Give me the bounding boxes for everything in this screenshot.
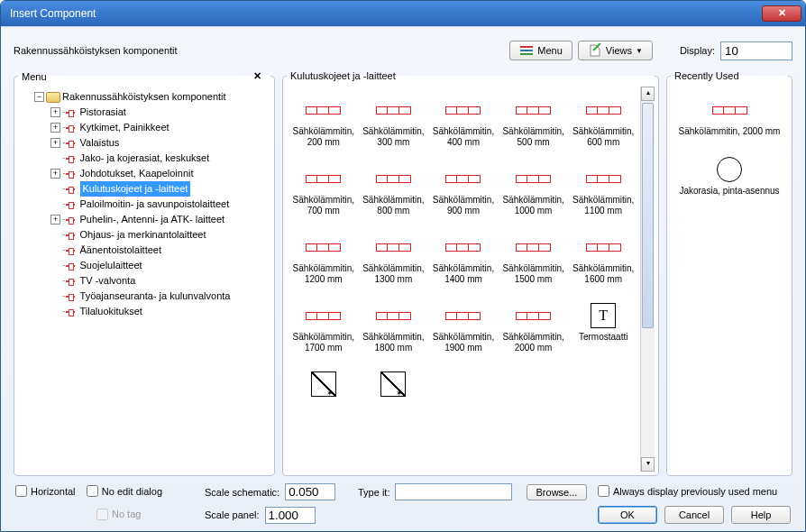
typeit-input[interactable]: [395, 483, 512, 500]
component-label: Sähkölämmitin, 1100 mm: [572, 195, 635, 216]
tree-item[interactable]: ···Suojelulaitteet: [20, 258, 270, 273]
expand-icon[interactable]: +: [50, 215, 60, 225]
heater-symbol-icon: [516, 175, 551, 183]
tree-item[interactable]: ···Työajanseuranta- ja kulunvalvonta: [20, 289, 270, 304]
ok-button[interactable]: OK: [598, 506, 657, 524]
tree-item[interactable]: ···Äänentoistolaitteet: [20, 243, 270, 258]
tree-item[interactable]: ···Jako- ja kojerasiat, keskukset: [20, 151, 270, 166]
tree-item[interactable]: +···Pistorasiat: [20, 105, 270, 120]
component-cell[interactable]: Sähkölämmitin, 500 mm: [500, 94, 567, 151]
heater-symbol-icon: [306, 106, 341, 115]
component-cell[interactable]: Sähkölämmitin, 400 mm: [430, 94, 497, 151]
component-cell[interactable]: [361, 368, 427, 404]
content-area: Rakennussähköistyksen komponentit Menu V…: [1, 26, 805, 531]
tree-item[interactable]: +···Kytkimet, Painikkeet: [20, 120, 270, 135]
scroll-thumb[interactable]: [642, 103, 654, 328]
tree[interactable]: − Rakennussähköistyksen komponentit +···…: [18, 87, 270, 472]
component-cell[interactable]: Sähkölämmitin, 1200 mm: [290, 231, 357, 289]
heater-symbol-icon: [376, 175, 411, 183]
component-node-icon: [66, 277, 78, 286]
component-cell[interactable]: Sähkölämmitin, 1000 mm: [500, 162, 567, 220]
expand-icon[interactable]: +: [50, 138, 60, 148]
tree-connector-icon: ···: [62, 197, 64, 212]
always-display-checkbox[interactable]: Always display previously used menu: [598, 485, 777, 497]
tree-item-label: Ohjaus- ja merkinantolaitteet: [80, 227, 206, 243]
component-node-icon: [66, 108, 78, 117]
collapse-icon[interactable]: −: [34, 92, 44, 102]
tree-root[interactable]: − Rakennussähköistyksen komponentit: [20, 89, 270, 105]
tree-item[interactable]: ···TV -valvonta: [20, 273, 270, 289]
tree-item-label: Suojelulaitteet: [80, 258, 142, 273]
heater-symbol-icon: [586, 175, 621, 183]
recent-item-label: Sähkölämmitin, 2000 mm: [679, 126, 781, 137]
chevron-down-icon: ▼: [636, 47, 643, 55]
browse-button[interactable]: Browse...: [527, 484, 588, 500]
noedit-checkbox[interactable]: No edit dialog: [87, 485, 162, 497]
expand-icon[interactable]: +: [50, 123, 60, 133]
tree-connector-icon: ···: [62, 166, 64, 181]
tree-item[interactable]: +···Valaistus: [20, 135, 270, 151]
component-cell[interactable]: Sähkölämmitin, 1600 mm: [570, 231, 637, 289]
component-cell[interactable]: Sähkölämmitin, 600 mm: [570, 94, 637, 151]
scroll-up-icon[interactable]: ▴: [641, 87, 655, 101]
component-cell[interactable]: Sähkölämmitin, 2000 mm: [500, 299, 567, 357]
component-cell[interactable]: Sähkölämmitin, 700 mm: [290, 162, 357, 220]
tree-connector-icon: ···: [62, 151, 64, 166]
menu-icon: [519, 43, 534, 58]
window-close-button[interactable]: ✕: [762, 5, 801, 22]
component-cell[interactable]: Sähkölämmitin, 200 mm: [290, 94, 357, 151]
horizontal-checkbox[interactable]: Horizontal: [15, 485, 76, 497]
component-cell[interactable]: [290, 368, 357, 404]
component-cell[interactable]: Sähkölämmitin, 1900 mm: [430, 299, 497, 357]
component-cell[interactable]: Sähkölämmitin, 1800 mm: [361, 299, 427, 357]
component-cell[interactable]: Sähkölämmitin, 900 mm: [430, 162, 497, 220]
views-icon: [588, 43, 602, 58]
menu-button[interactable]: Menu: [509, 41, 572, 60]
tree-item-label: Puhelin-, Antenni- ja ATK- laitteet: [80, 212, 225, 227]
tree-item[interactable]: +···Puhelin-, Antenni- ja ATK- laitteet: [20, 212, 270, 227]
scrollbar[interactable]: ▴ ▾: [640, 87, 655, 472]
thermostat-symbol-icon: T: [591, 303, 616, 328]
tree-item[interactable]: ···Paloilmoitin- ja savunpoistolaitteet: [20, 197, 270, 212]
heater-symbol-icon: [445, 175, 481, 183]
component-cell[interactable]: TTermostaatti: [570, 299, 637, 357]
recent-item[interactable]: Jakorasia, pinta-asennus: [674, 153, 784, 200]
scroll-down-icon[interactable]: ▾: [641, 457, 655, 472]
recent-item[interactable]: Sähkölämmitin, 2000 mm: [674, 94, 784, 141]
expand-icon[interactable]: +: [50, 169, 60, 179]
component-cell[interactable]: Sähkölämmitin, 1100 mm: [570, 162, 637, 220]
scale-panel-input[interactable]: [265, 507, 316, 524]
heater-symbol-icon: [445, 243, 481, 252]
tree-item-label: Äänentoistolaitteet: [80, 243, 162, 258]
component-cell[interactable]: Sähkölämmitin, 1700 mm: [290, 299, 357, 357]
heater-symbol-icon: [376, 106, 411, 115]
component-cell[interactable]: Sähkölämmitin, 1300 mm: [361, 231, 427, 289]
component-cell[interactable]: Sähkölämmitin, 300 mm: [361, 94, 427, 151]
components-panel: Kulutuskojeet ja -laitteet Sähkölämmitin…: [282, 70, 659, 476]
views-button[interactable]: Views ▼: [578, 41, 653, 60]
scale-schematic-input[interactable]: [285, 483, 335, 500]
tree-item[interactable]: ···Tilaluokitukset: [20, 304, 270, 319]
help-button[interactable]: Help: [731, 506, 791, 524]
header-row: Rakennussähköistyksen komponentit Menu V…: [14, 38, 792, 63]
components-grid: Sähkölämmitin, 200 mmSähkölämmitin, 300 …: [287, 87, 640, 472]
component-node-icon: [66, 246, 78, 255]
component-cell[interactable]: Sähkölämmitin, 800 mm: [361, 162, 427, 220]
component-label: Sähkölämmitin, 1400 mm: [432, 263, 495, 285]
tree-item-label: Jako- ja kojerasiat, keskukset: [80, 151, 210, 166]
heater-symbol-icon: [306, 243, 341, 252]
tree-item[interactable]: +···Johdotukset, Kaapeloinnit: [20, 166, 270, 181]
component-cell[interactable]: Sähkölämmitin, 1500 mm: [500, 231, 567, 289]
component-node-icon: [66, 124, 78, 133]
component-cell[interactable]: Sähkölämmitin, 1400 mm: [430, 231, 497, 289]
display-input[interactable]: [720, 41, 792, 60]
bottom-bar: Horizontal No edit dialog Scale schemati…: [14, 476, 792, 524]
tree-item[interactable]: ···Ohjaus- ja merkinantolaitteet: [20, 227, 270, 243]
menu-panel-close-icon[interactable]: ✕: [253, 70, 267, 82]
expand-icon[interactable]: +: [50, 107, 60, 117]
component-label: Termostaatti: [579, 332, 627, 343]
tree-item[interactable]: ···Kulutuskojeet ja -laitteet: [20, 181, 270, 197]
scale-panel-label: Scale panel:: [205, 509, 260, 520]
component-label: Sähkölämmitin, 900 mm: [432, 195, 495, 216]
cancel-button[interactable]: Cancel: [664, 506, 724, 524]
